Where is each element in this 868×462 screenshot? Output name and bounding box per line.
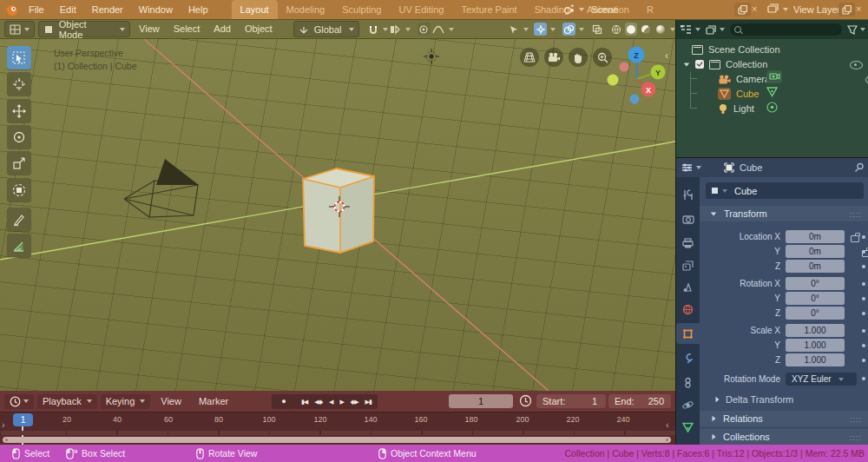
outliner-search-input[interactable]: [730, 23, 842, 36]
shading-solid-icon[interactable]: [625, 23, 638, 36]
menu-view[interactable]: View: [132, 20, 167, 38]
navigation-gizmo[interactable]: Z Y X: [601, 39, 674, 109]
mesh-data-icon[interactable]: [766, 87, 778, 99]
animate-dot-icon[interactable]: [862, 282, 865, 286]
animate-dot-icon[interactable]: [862, 377, 865, 380]
snap-magnet-icon[interactable]: [366, 23, 379, 36]
jump-to-end-button[interactable]: ▶▮: [362, 394, 375, 409]
outliner-display-mode-button[interactable]: [706, 25, 725, 35]
animate-dot-icon[interactable]: [862, 312, 865, 315]
show-overlays-icon[interactable]: [562, 23, 575, 36]
panel-relations[interactable]: Relations: [700, 411, 868, 426]
outliner-filter-button[interactable]: [847, 25, 865, 35]
properties-editor-type-button[interactable]: [681, 162, 701, 173]
view-layer-name[interactable]: View Layer: [793, 4, 840, 15]
start-frame-field[interactable]: Start: 1: [536, 394, 606, 408]
eye-icon[interactable]: [850, 61, 863, 69]
outliner-editor-type-button[interactable]: [680, 24, 700, 35]
tool-cursor[interactable]: [7, 72, 31, 96]
tool-rotate[interactable]: [7, 125, 31, 148]
menu-render[interactable]: Render: [84, 0, 131, 19]
lock-icon[interactable]: [851, 235, 859, 242]
current-frame-field[interactable]: 1: [449, 394, 513, 408]
marker-menu[interactable]: Marker: [190, 396, 237, 406]
tab-physics[interactable]: [676, 394, 700, 415]
scale-y-field[interactable]: 1.000: [786, 339, 845, 352]
scene-new-copy-button[interactable]: [734, 3, 751, 16]
menu-file[interactable]: File: [21, 0, 52, 19]
shading-material-icon[interactable]: [639, 23, 652, 36]
menu-select[interactable]: Select: [167, 20, 207, 38]
scene-name[interactable]: Scene: [591, 4, 618, 15]
workspace-tab-uv-editing[interactable]: UV Editing: [390, 0, 452, 19]
timeline-scrollbar[interactable]: [3, 437, 671, 443]
snap-settings-icon[interactable]: [389, 23, 402, 36]
jump-to-start-button[interactable]: ▮◀: [298, 394, 311, 409]
location-z-field[interactable]: 0m: [786, 260, 845, 273]
animate-dot-icon[interactable]: [862, 235, 865, 239]
outliner-row-cube[interactable]: Cube: [718, 87, 759, 101]
tool-select-box[interactable]: [7, 46, 31, 69]
tool-transform[interactable]: [7, 178, 31, 201]
pin-icon[interactable]: [854, 162, 865, 173]
outliner-row-camera[interactable]: Camera: [718, 72, 770, 86]
tab-tool[interactable]: [676, 184, 700, 205]
view-layer-remove-button[interactable]: ×: [856, 3, 861, 14]
menu-window[interactable]: Window: [131, 0, 181, 19]
menu-add[interactable]: Add: [207, 20, 238, 38]
view-layer-new-button[interactable]: [838, 3, 855, 16]
outliner-row-scene-collection[interactable]: Scene Collection: [692, 43, 780, 56]
animate-dot-icon[interactable]: [862, 359, 865, 362]
tool-scale[interactable]: [7, 151, 31, 175]
shading-wireframe-icon[interactable]: [610, 23, 623, 36]
panel-collections[interactable]: Collections: [700, 429, 868, 445]
panel-grip-icon[interactable]: [850, 432, 862, 442]
workspace-tab-texture-paint[interactable]: Texture Paint: [452, 0, 525, 19]
scene-unlink-button[interactable]: ×: [752, 3, 757, 14]
rotation-x-field[interactable]: 0°: [786, 277, 845, 290]
playhead[interactable]: 1: [13, 413, 33, 426]
pan-hand-icon[interactable]: [569, 48, 588, 67]
animate-dot-icon[interactable]: [862, 265, 865, 268]
animate-dot-icon[interactable]: [862, 297, 865, 300]
panel-grip-icon[interactable]: [850, 413, 862, 424]
tab-render[interactable]: [676, 208, 700, 229]
location-y-field[interactable]: 0m: [786, 245, 845, 258]
end-frame-field[interactable]: End: 250: [608, 394, 671, 408]
tool-measure[interactable]: [7, 234, 31, 257]
outliner-row-light[interactable]: Light: [718, 102, 754, 116]
mode-selector[interactable]: Object Mode: [38, 21, 130, 37]
viewport-canvas[interactable]: User Perspective (1) Collection | Cube ‹: [0, 39, 675, 391]
timeline-ruler[interactable]: 20 40 60 80 100 120 140 160 180 200 220 …: [0, 412, 675, 431]
rotation-y-field[interactable]: 0°: [786, 292, 845, 305]
timeline-sidebar-toggle-icon[interactable]: ‹: [666, 419, 669, 430]
scale-x-field[interactable]: 1.000: [786, 324, 845, 337]
menu-object[interactable]: Object: [238, 20, 279, 38]
rotation-mode-select[interactable]: XYZ Euler: [786, 373, 857, 386]
workspace-tab-layout[interactable]: Layout: [232, 0, 278, 19]
ruler-arrow-left-icon[interactable]: ›: [2, 419, 5, 430]
tool-move[interactable]: [7, 99, 31, 122]
panel-transform[interactable]: Transform: [700, 206, 868, 221]
keying-menu[interactable]: Keying: [101, 394, 151, 409]
object-id-field[interactable]: Cube: [706, 182, 864, 199]
camera-data-icon[interactable]: [766, 70, 782, 83]
play-reverse-button[interactable]: ◀: [326, 394, 336, 409]
menu-help[interactable]: Help: [181, 0, 216, 19]
tool-annotate[interactable]: [7, 208, 31, 231]
workspace-tab-sculpting[interactable]: Sculpting: [333, 0, 390, 19]
record-button[interactable]: ●: [272, 394, 296, 409]
auto-keyframe-clock-icon[interactable]: [519, 394, 532, 409]
workspace-tab-modeling[interactable]: Modeling: [278, 0, 334, 19]
view-menu[interactable]: View: [152, 396, 190, 406]
proportional-editing-icon[interactable]: [418, 23, 431, 36]
xray-toggle-icon[interactable]: [591, 23, 604, 36]
play-button[interactable]: ▶: [336, 394, 346, 409]
prev-keyframe-button[interactable]: ◀◆: [311, 394, 326, 409]
workspace-tab-rendering[interactable]: R: [638, 0, 662, 19]
light-data-icon[interactable]: [766, 102, 778, 115]
shading-rendered-icon[interactable]: [654, 23, 667, 36]
next-keyframe-button[interactable]: ◆▶: [347, 394, 362, 409]
menu-edit[interactable]: Edit: [52, 0, 84, 19]
playback-menu[interactable]: Playback: [37, 394, 97, 409]
